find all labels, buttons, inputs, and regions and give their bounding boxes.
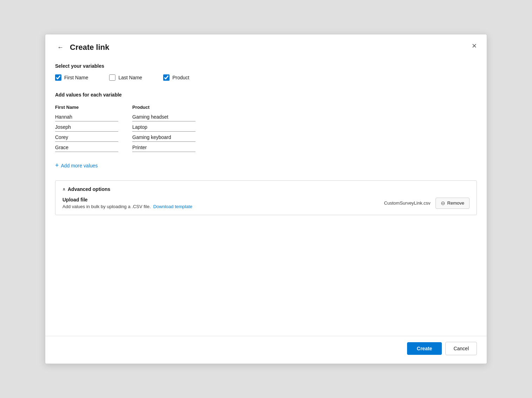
first-name-input-3[interactable] bbox=[55, 133, 118, 142]
advanced-toggle-button[interactable]: ∧ Advanced options bbox=[62, 186, 110, 192]
first-name-input-1[interactable] bbox=[55, 113, 118, 121]
add-more-button[interactable]: + Add more values bbox=[55, 160, 98, 171]
back-button[interactable]: ← bbox=[55, 43, 66, 52]
create-button[interactable]: Create bbox=[407, 342, 442, 355]
table-row bbox=[55, 143, 477, 152]
col-header-first-name: First Name bbox=[55, 105, 118, 110]
checkbox-first-name: First Name bbox=[55, 74, 88, 81]
plus-icon: + bbox=[55, 162, 59, 169]
first-name-checkbox[interactable] bbox=[55, 74, 61, 81]
upload-right: CustomSurveyLink.csv ⊖ Remove bbox=[384, 198, 470, 209]
product-input-2[interactable] bbox=[132, 123, 195, 132]
advanced-options-section: ∧ Advanced options Upload file Add value… bbox=[55, 180, 477, 215]
download-template-link[interactable]: Download template bbox=[153, 204, 192, 209]
first-name-label: First Name bbox=[64, 75, 88, 80]
product-label: Product bbox=[172, 75, 189, 80]
col-header-product: Product bbox=[132, 105, 195, 110]
first-name-input-2[interactable] bbox=[55, 123, 118, 132]
product-checkbox[interactable] bbox=[163, 74, 169, 81]
upload-info: Upload file Add values in bulk by upload… bbox=[62, 197, 192, 209]
create-link-dialog: ← Create link ✕ Select your variables Fi… bbox=[45, 34, 487, 364]
upload-title: Upload file bbox=[62, 197, 192, 203]
chevron-up-icon: ∧ bbox=[62, 187, 66, 192]
upload-row: Upload file Add values in bulk by upload… bbox=[62, 197, 470, 209]
upload-description: Add values in bulk by uploading a .CSV f… bbox=[62, 204, 192, 209]
dialog-title: Create link bbox=[70, 43, 109, 52]
variables-section-label: Select your variables bbox=[55, 63, 477, 69]
add-more-label: Add more values bbox=[61, 163, 98, 168]
cancel-button[interactable]: Cancel bbox=[445, 342, 477, 355]
variables-row: First Name Last Name Product bbox=[55, 74, 477, 81]
checkbox-product: Product bbox=[163, 74, 189, 81]
remove-button[interactable]: ⊖ Remove bbox=[435, 198, 470, 209]
product-input-3[interactable] bbox=[132, 133, 195, 142]
table-row bbox=[55, 133, 477, 142]
upload-desc-text: Add values in bulk by uploading a .CSV f… bbox=[62, 204, 151, 209]
first-name-input-4[interactable] bbox=[55, 143, 118, 152]
close-button[interactable]: ✕ bbox=[469, 41, 480, 51]
checkbox-last-name: Last Name bbox=[109, 74, 142, 81]
product-input-4[interactable] bbox=[132, 143, 195, 152]
dialog-body: Select your variables First Name Last Na… bbox=[45, 56, 487, 336]
dialog-footer: Create Cancel bbox=[45, 336, 487, 364]
values-header-row: First Name Product bbox=[55, 105, 477, 110]
dialog-header: ← Create link ✕ bbox=[45, 34, 487, 56]
table-row bbox=[55, 123, 477, 132]
table-row bbox=[55, 113, 477, 121]
last-name-label: Last Name bbox=[118, 75, 142, 80]
advanced-options-header: ∧ Advanced options bbox=[62, 186, 470, 192]
values-section-label: Add values for each variable bbox=[55, 92, 477, 98]
last-name-checkbox[interactable] bbox=[109, 74, 115, 81]
advanced-options-title: Advanced options bbox=[68, 186, 110, 192]
product-input-1[interactable] bbox=[132, 113, 195, 121]
file-name: CustomSurveyLink.csv bbox=[384, 200, 430, 206]
values-table: First Name Product bbox=[55, 105, 477, 153]
remove-icon: ⊖ bbox=[441, 200, 445, 206]
remove-label: Remove bbox=[447, 200, 464, 206]
